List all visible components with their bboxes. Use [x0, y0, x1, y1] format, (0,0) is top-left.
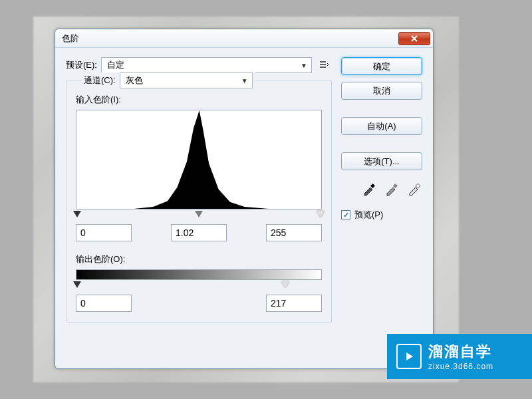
input-slider-track[interactable] [76, 212, 322, 221]
input-levels-label: 输入色阶(I): [76, 94, 322, 106]
input-black-field[interactable] [76, 224, 132, 241]
histogram [76, 110, 322, 209]
right-column: 确定 取消 自动(A) 选项(T)... ✓ 预览(P) [341, 57, 422, 323]
svg-rect-4 [393, 184, 398, 188]
preview-label: 预览(P) [354, 209, 383, 221]
input-white-slider[interactable] [317, 211, 325, 217]
gray-point-eyedropper[interactable] [384, 181, 400, 197]
input-white-field[interactable] [266, 224, 322, 241]
close-button[interactable] [398, 32, 430, 45]
channel-label: 通道(C): [84, 74, 116, 86]
chevron-down-icon: ▼ [241, 77, 248, 84]
preview-checkbox[interactable]: ✓ [341, 210, 350, 219]
channel-value: 灰色 [126, 74, 143, 86]
dialog-title: 色阶 [62, 33, 398, 45]
watermark-url: zixue.3d66.com [428, 362, 493, 371]
input-values-row [76, 224, 322, 241]
watermark-title: 溜溜自学 [428, 342, 493, 362]
output-levels-label: 输出色阶(O): [76, 253, 322, 265]
menu-icon [319, 60, 329, 71]
preset-value: 自定 [107, 59, 124, 71]
input-gamma-slider[interactable] [195, 211, 203, 217]
preset-row: 预设(E): 自定 ▼ [66, 57, 332, 73]
close-icon [410, 35, 418, 42]
output-white-slider[interactable] [281, 281, 289, 288]
output-white-field[interactable] [266, 295, 322, 312]
output-gradient [76, 269, 322, 280]
preview-row: ✓ 预览(P) [341, 209, 422, 221]
titlebar[interactable]: 色阶 [55, 29, 433, 48]
input-gamma-field[interactable] [171, 224, 227, 241]
output-black-slider[interactable] [73, 281, 81, 288]
preset-label: 预设(E): [66, 59, 97, 71]
black-point-eyedropper[interactable] [361, 181, 377, 197]
play-icon [396, 344, 422, 369]
levels-panel: 通道(C): 灰色 ▼ 输入色阶(I): [66, 80, 332, 323]
chevron-down-icon: ▼ [301, 62, 307, 69]
preset-menu-button[interactable] [316, 57, 332, 73]
input-black-slider[interactable] [73, 211, 81, 217]
auto-button[interactable]: 自动(A) [341, 117, 422, 135]
ok-button[interactable]: 确定 [341, 57, 422, 75]
preset-select[interactable]: 自定 ▼ [101, 57, 312, 73]
white-point-eyedropper[interactable] [406, 181, 422, 197]
cancel-button[interactable]: 取消 [341, 82, 422, 100]
eyedropper-row [341, 181, 422, 197]
output-black-field[interactable] [76, 295, 132, 312]
watermark: 溜溜自学 zixue.3d66.com [387, 334, 532, 379]
channel-select[interactable]: 灰色 ▼ [120, 72, 253, 88]
output-slider-track[interactable] [76, 283, 322, 292]
channel-row: 通道(C): 灰色 ▼ [81, 72, 255, 88]
svg-rect-3 [370, 184, 375, 188]
dialog-body: 预设(E): 自定 ▼ [55, 48, 433, 332]
output-values-row [76, 295, 322, 312]
options-button[interactable]: 选项(T)... [341, 152, 422, 170]
svg-rect-5 [416, 184, 420, 188]
levels-dialog: 色阶 预设(E): 自定 ▼ [55, 29, 434, 369]
left-column: 预设(E): 自定 ▼ [66, 57, 332, 323]
